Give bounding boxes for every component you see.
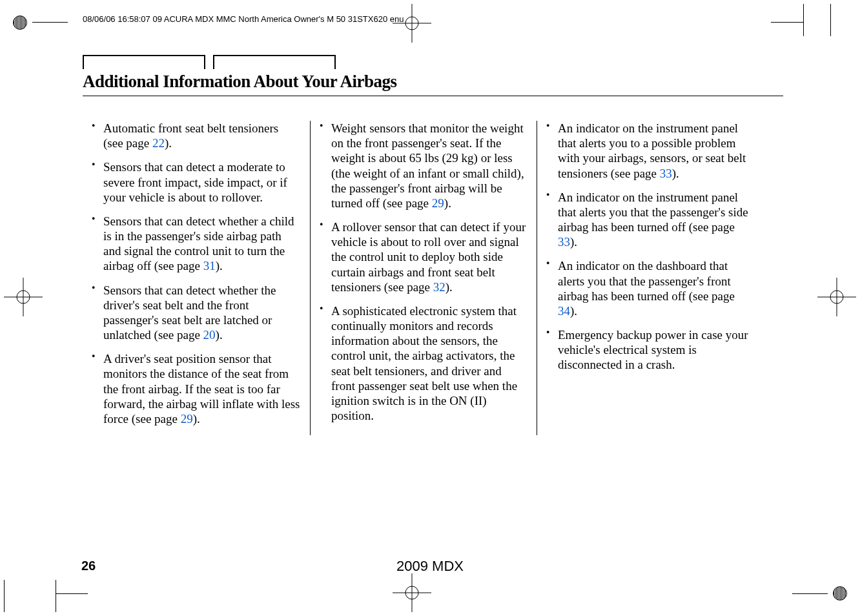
registration-stripe-tl xyxy=(13,15,27,30)
list-item: A sophisticated electronic system that c… xyxy=(320,303,527,423)
tab-box xyxy=(83,55,205,69)
page-link[interactable]: 22 xyxy=(152,136,165,150)
list-item: Sensors that can detect a moderate to se… xyxy=(92,159,301,205)
crop-corner-bl xyxy=(31,586,57,612)
column-1: Automatic front seat belt tensioners (se… xyxy=(83,121,310,435)
body-text: A driver's seat position sensor that mon… xyxy=(103,352,300,426)
list-item: A driver's seat position sensor that mon… xyxy=(92,351,301,426)
body-text: ). xyxy=(165,136,172,150)
body-text: An indicator on the dashboard that alert… xyxy=(558,259,735,302)
tab-boxes xyxy=(83,55,783,69)
crop-rule xyxy=(32,22,68,23)
body-text: Automatic front seat belt tensioners (se… xyxy=(103,121,278,150)
footer-model: 2009 MDX xyxy=(0,558,860,575)
body-text: ). xyxy=(672,167,679,180)
page-link[interactable]: 34 xyxy=(558,304,570,318)
list-item: An indicator on the instrument panel tha… xyxy=(546,121,755,181)
header-timestamp: 08/06/06 16:58:07 09 ACURA MDX MMC North… xyxy=(83,14,404,24)
page-link[interactable]: 29 xyxy=(181,412,193,426)
body-text: A sophisticated electronic system that c… xyxy=(331,304,517,422)
list-item: Emergency backup power in case your vehi… xyxy=(546,327,755,373)
page-link[interactable]: 32 xyxy=(433,280,445,294)
list-item: Sensors that can detect whether the driv… xyxy=(92,283,301,343)
body-text: Sensors that can detect whether the driv… xyxy=(103,283,276,342)
registration-cross-right xyxy=(817,278,856,316)
list-item: An indicator on the instrument panel tha… xyxy=(546,190,755,250)
body-text: ). xyxy=(445,280,453,294)
page-link[interactable]: 20 xyxy=(203,328,216,342)
title-rule xyxy=(83,96,783,96)
crop-rule xyxy=(792,593,828,594)
body-text: ). xyxy=(193,412,200,426)
body-text: ). xyxy=(216,259,223,272)
list-item: An indicator on the dashboard that alert… xyxy=(546,258,755,318)
body-text: ). xyxy=(444,196,451,210)
body-text: Emergency backup power in case your vehi… xyxy=(558,328,748,371)
registration-cross-bottom xyxy=(393,573,431,612)
body-text: Sensors that can detect whether a child … xyxy=(103,214,294,273)
page-link[interactable]: 33 xyxy=(558,235,570,249)
page-link[interactable]: 33 xyxy=(660,167,672,180)
column-2: Weight sensors that monitor the weight o… xyxy=(310,121,537,435)
crop-corner-tr2 xyxy=(830,4,856,30)
body-text: ). xyxy=(570,304,577,318)
body-text: ). xyxy=(216,328,223,342)
body-text: An indicator on the instrument panel tha… xyxy=(558,190,748,234)
body-text: Weight sensors that monitor the weight o… xyxy=(331,121,524,210)
page-link[interactable]: 31 xyxy=(203,259,216,272)
list-item: Automatic front seat belt tensioners (se… xyxy=(92,121,301,150)
page-link[interactable]: 29 xyxy=(432,196,444,210)
list-item: A rollover sensor that can detect if you… xyxy=(320,220,527,294)
body-text: A rollover sensor that can detect if you… xyxy=(331,220,526,294)
list-item: Weight sensors that monitor the weight o… xyxy=(320,121,527,210)
page-content: Additional Information About Your Airbag… xyxy=(83,55,783,435)
page-title: Additional Information About Your Airbag… xyxy=(83,72,783,92)
column-3: An indicator on the instrument panel tha… xyxy=(537,121,764,435)
crop-corner-tr xyxy=(803,4,829,30)
crop-corner-bl2 xyxy=(4,586,30,612)
body-text: Sensors that can detect a moderate to se… xyxy=(103,160,287,203)
body-text: An indicator on the instrument panel tha… xyxy=(558,121,746,180)
registration-stripe-br xyxy=(833,586,847,601)
tab-box xyxy=(213,55,336,69)
list-item: Sensors that can detect whether a child … xyxy=(92,214,301,274)
registration-cross-left xyxy=(4,278,43,316)
body-text: ). xyxy=(570,235,577,249)
